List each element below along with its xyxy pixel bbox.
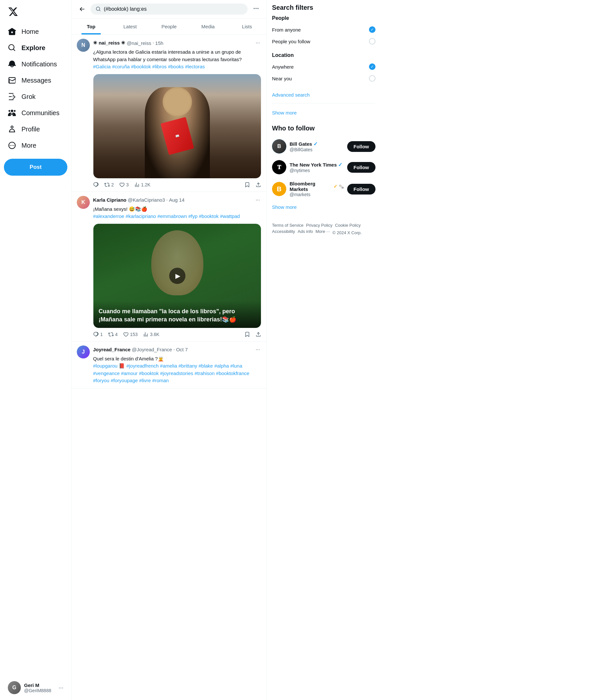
sidebar-item-messages-label: Messages [22,77,51,84]
tab-media[interactable]: Media [189,19,227,34]
tab-top[interactable]: Top [72,19,110,34]
post-username: Joyread_France [93,347,130,352]
sidebar-item-more[interactable]: More [4,137,67,153]
sidebar-item-profile[interactable]: Profile [4,121,67,137]
grok-icon [8,92,16,101]
user-info: Geri M @GeriM8888 [24,682,55,693]
footer-link-tos[interactable]: Terms of Service [272,223,304,228]
sidebar-item-home[interactable]: Home [4,23,67,40]
post-handle: @Joyread_France [132,347,172,352]
retweet-count: 4 [115,332,118,337]
post-body: Karla Cipriano @KarlaCipriano3 · Aug 14 … [93,196,261,337]
follow-button-nytimes[interactable]: Follow [347,162,376,173]
post-video[interactable]: Cuando me llamaban "la loca de los libro… [93,223,261,328]
post-menu-button[interactable]: ··· [254,346,261,354]
video-caption: Cuando me llamaban "la loca de los libro… [93,301,261,328]
post-avatar[interactable]: J [77,346,90,358]
follow-name: The New York Times ✓ [290,162,344,168]
follow-item-nytimes: 𝐓 The New York Times ✓ @nytimes Follow [272,157,375,178]
show-more-filters[interactable]: Show more [272,106,375,119]
left-sidebar: Home Explore Notifications Messages Grok… [0,0,72,700]
sidebar-item-grok[interactable]: Grok [4,89,67,105]
verified-blue-icon: ✓ [338,162,342,168]
follow-button-bloomberg[interactable]: Follow [347,184,376,195]
post-username: Karla Cipriano [93,197,127,203]
back-button[interactable] [77,4,87,14]
post-header: Joyread_France @Joyread_France · Oct 7 ·… [93,346,261,354]
radio-unchecked-icon [369,75,375,82]
sidebar-item-communities[interactable]: Communities [4,105,67,121]
follow-name: Bill Gates ✓ [290,141,344,147]
tab-lists[interactable]: Lists [227,19,267,34]
radio-unchecked-icon [369,38,375,45]
radio-checked-icon [369,64,375,70]
post-button[interactable]: Post [4,159,67,176]
bell-icon [8,60,16,68]
user-section[interactable]: G Geri M @GeriM8888 ··· [4,678,67,697]
filter-near-you[interactable]: Near you [272,73,375,84]
follow-avatar: B [272,182,286,196]
views-count: 1.2K [141,182,151,188]
views-button[interactable]: 3.6K [143,331,159,337]
footer-link-cookie[interactable]: Cookie Policy [335,223,361,228]
post-menu-button[interactable]: ··· [254,196,261,204]
sidebar-item-messages[interactable]: Messages [4,72,67,89]
post-text: ¿Alguna lectora de Galicia estaría inter… [93,48,261,71]
sidebar-item-profile-label: Profile [22,126,40,133]
filter-people-you-follow[interactable]: People you follow [272,35,375,47]
show-more-follow[interactable]: Show more [272,200,375,214]
search-input[interactable] [104,6,242,12]
follow-info: Bloomberg Markets ✓ 🗞️ @markets [290,181,344,197]
like-button[interactable]: 3 [119,182,129,188]
filter-from-anyone[interactable]: From anyone [272,24,375,35]
retweet-button[interactable]: 4 [108,331,118,337]
bookmark-button[interactable] [244,331,250,337]
follow-info: The New York Times ✓ @nytimes [290,162,344,173]
search-input-wrap[interactable] [91,4,248,15]
who-to-follow-section: Who to follow B Bill Gates ✓ @BillGates … [272,125,375,214]
sidebar-item-grok-label: Grok [22,93,35,101]
sidebar-item-notifications[interactable]: Notifications [4,56,67,72]
play-button[interactable] [169,268,185,284]
sidebar-item-home-label: Home [22,28,39,35]
people-filter-group: People From anyone People you follow [272,15,375,47]
search-more-button[interactable] [251,3,261,15]
filter-anywhere[interactable]: Anywhere [272,61,375,73]
share-button[interactable] [255,182,261,188]
follow-button-billgates[interactable]: Follow [347,141,376,152]
tab-people[interactable]: People [150,19,189,34]
post-body: Joyread_France @Joyread_France · Oct 7 ·… [93,346,261,384]
bookmark-button[interactable] [244,182,250,188]
comment-button[interactable]: 1 [93,331,103,337]
footer-link-accessibility[interactable]: Accessibility [272,229,295,235]
footer-link-more[interactable]: More ··· [316,229,330,235]
share-button[interactable] [255,331,261,337]
post-text: Quel sera le destin d'Amelia ?🧝 #loupgar… [93,355,261,384]
search-bar-area [72,0,267,19]
post-header-left: Karla Cipriano @KarlaCipriano3 · Aug 14 [93,197,184,203]
post-avatar[interactable]: K [77,196,90,209]
tab-latest[interactable]: Latest [110,19,150,34]
comment-button[interactable] [93,182,99,188]
sidebar-item-explore[interactable]: Explore [4,40,67,56]
post-header-left: ✳ nai_reiss ✳ @nai_reiss · 15h [93,40,163,46]
user-more-dots[interactable]: ··· [58,684,64,691]
follow-info: Bill Gates ✓ @BillGates [290,141,344,152]
footer-link-privacy[interactable]: Privacy Policy [306,223,332,228]
views-count: 3.6K [150,332,159,337]
post-handle: @nai_reiss [127,40,151,46]
retweet-button[interactable]: 2 [104,182,114,188]
like-button[interactable]: 153 [123,331,138,337]
post-avatar[interactable]: N [77,39,90,52]
verified-gold-icon: ✓ [333,184,338,189]
app-logo[interactable] [4,3,67,22]
post-menu-button[interactable]: ··· [254,39,261,47]
advanced-search-link[interactable]: Advanced search [272,92,310,98]
like-count: 153 [130,332,138,337]
footer-link-ads[interactable]: Ads info [298,229,313,235]
post-item: K Karla Cipriano @KarlaCipriano3 · Aug 1… [72,192,267,342]
follow-avatar: B [272,139,286,153]
people-group-title: People [272,15,375,21]
mail-icon [8,76,16,84]
views-button[interactable]: 1.2K [134,182,151,188]
